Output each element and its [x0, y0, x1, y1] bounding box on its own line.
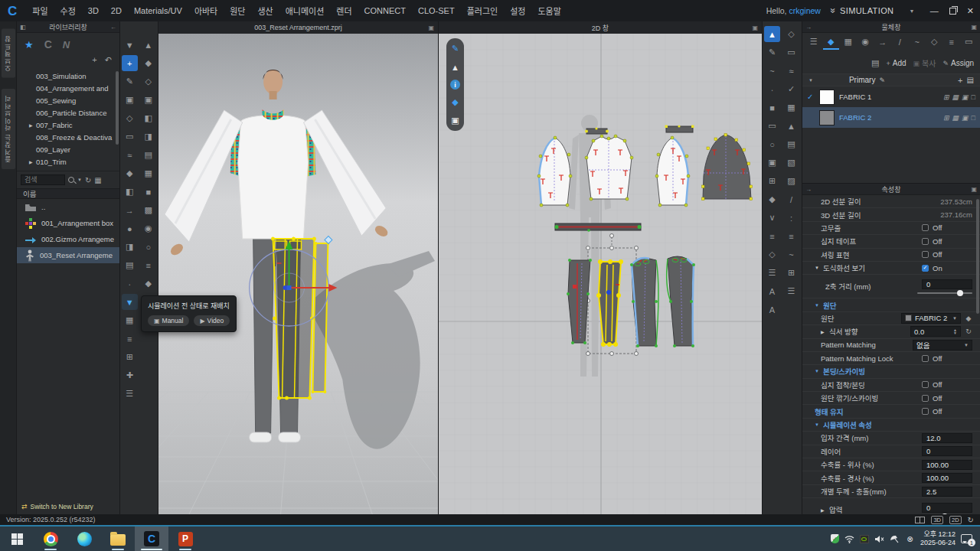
segment-sewing-tool[interactable]: ▭ — [122, 129, 138, 145]
tab-stitch[interactable]: ~ — [909, 35, 926, 50]
rectangle-tool[interactable]: ▭ — [764, 118, 780, 134]
menu-item[interactable]: Materials/UV — [128, 0, 188, 21]
print-layout-tool[interactable]: ⊞ — [783, 265, 799, 281]
grainline-input[interactable]: 0.0▲▼ — [910, 326, 961, 337]
free-sewing-2d-tool[interactable]: ≈ — [783, 63, 799, 79]
steam-tool[interactable]: ≡ — [122, 331, 138, 347]
library-folder[interactable]: ▶ 004_Arrangement and — [17, 82, 119, 94]
fabric-row-1[interactable]: ✓ FABRIC 1 ⊞▦▣□ — [802, 86, 980, 107]
expand-caret-icon[interactable]: ▶ — [29, 159, 34, 165]
grain-tool[interactable]: ∙ — [122, 276, 138, 292]
dart-tool[interactable]: ◆ — [764, 191, 780, 207]
add-group-icon[interactable]: + — [958, 76, 962, 85]
property-row-pattern-matching-lock[interactable]: Pattern Matching Lock Off — [802, 352, 980, 365]
library-folder[interactable]: ▶ 009_Layer — [17, 143, 119, 155]
menu-item[interactable]: CONNECT — [358, 0, 412, 21]
fabric-view-icon[interactable]: ◆ — [449, 96, 461, 108]
slider-knob[interactable] — [942, 514, 948, 514]
free-sewing-tool[interactable]: ≈ — [122, 147, 138, 163]
taskbar-explorer[interactable] — [101, 527, 135, 551]
property-scrollbar[interactable] — [976, 199, 979, 314]
undock-icon[interactable]: ▣ — [428, 24, 434, 31]
taskbar-edge[interactable] — [67, 527, 101, 551]
menu-item[interactable]: 2D — [105, 0, 128, 21]
reset-icon[interactable]: ↻ — [965, 328, 972, 335]
grading-tool[interactable]: A — [764, 302, 780, 318]
fit-garment-tool[interactable]: ◧ — [140, 110, 156, 126]
show-pattern-icon[interactable]: ▦ — [952, 93, 959, 101]
property-row-shape-retention[interactable]: 형태 유지 Off — [802, 405, 980, 418]
rename-icon[interactable]: ✎ — [879, 77, 885, 84]
particle-distance-input[interactable]: 12.0 — [922, 433, 972, 443]
notch-tool[interactable]: ∨ — [764, 210, 780, 226]
collapse-icon[interactable]: ← — [110, 24, 116, 31]
file-row-gizmo-arrangement[interactable]: 002.Gizmo Arrangeme — [17, 231, 119, 247]
button-tool[interactable]: ◉ — [140, 220, 156, 236]
account-greeting[interactable]: Hello,crkginew — [766, 6, 821, 15]
internal-polygon-tool[interactable]: ▣ — [764, 155, 780, 171]
file-row-arrangement-box[interactable]: 001_Arrangement box — [17, 215, 119, 231]
collapse-caret-icon[interactable]: ▼ — [815, 422, 820, 427]
volume-muted-icon[interactable] — [874, 534, 884, 544]
avatar-pose-tool[interactable]: ▲ — [140, 37, 156, 53]
library-folder[interactable]: ▶ 003_Simulation — [17, 70, 119, 82]
switch-library-link[interactable]: ⇄ Switch to New Library — [17, 499, 119, 514]
property-row-grainline[interactable]: ▶ 식서 방향 0.0▲▼ ↻ — [802, 325, 980, 338]
section-fabric[interactable]: ▼ 원단 — [802, 298, 980, 311]
section-simulation-properties[interactable]: ▼ 시뮬레이션 속성 — [802, 419, 980, 432]
undock-icon[interactable]: ▣ — [752, 24, 758, 31]
fabric-dropdown[interactable]: FABRIC 2▼ — [901, 313, 961, 324]
edit-curve-tool[interactable]: ~ — [764, 63, 780, 79]
checkbox-icon[interactable] — [922, 224, 929, 231]
copy-fabric-button[interactable]: ▣복사 — [913, 57, 936, 69]
selected-pattern-overlay[interactable] — [271, 237, 329, 400]
toggle-3d-button[interactable]: 3D — [931, 516, 943, 524]
tab-object-list[interactable]: ☰ — [805, 35, 822, 50]
zipper-tool[interactable]: ≡ — [140, 257, 156, 273]
z-distance-slider[interactable] — [917, 292, 972, 294]
dock-icon[interactable]: ◧ — [20, 24, 26, 31]
dock-icon[interactable]: → — [805, 186, 812, 193]
edit-sewing-tool[interactable]: ◇ — [122, 110, 138, 126]
library-search-input[interactable] — [21, 174, 65, 185]
name-column-header[interactable]: 이름 — [17, 188, 119, 199]
arrange-curve-tool[interactable]: ◆ — [140, 55, 156, 71]
text-tool[interactable]: A — [764, 283, 780, 299]
viewport-2d-titlebar[interactable]: 2D 창 ▣ — [439, 21, 762, 34]
tab-zipper[interactable]: ≡ — [943, 35, 960, 50]
favorites-star-icon[interactable]: ★ — [24, 39, 34, 51]
property-row-fuse-tape[interactable]: 심지 테이프 Off — [802, 235, 980, 248]
copy-icon[interactable]: □ — [972, 93, 975, 101]
internal-rect-tool[interactable]: ⊞ — [764, 173, 780, 189]
menu-item[interactable]: 수정 — [54, 0, 82, 21]
dock-icon[interactable]: → — [805, 24, 812, 31]
z-distance-input[interactable]: 0 — [922, 279, 972, 289]
property-row-schematic-line[interactable]: ▼ 도식화선 보기 ✓On — [802, 262, 980, 275]
add-point-tool[interactable]: ∙ — [764, 81, 780, 97]
seam-allowance-tool[interactable]: ≡ — [764, 228, 780, 244]
menu-item[interactable]: 설정 — [504, 0, 531, 21]
collapse-caret-icon[interactable]: ▼ — [808, 78, 813, 83]
property-row-elastic[interactable]: 고무줄 Off — [802, 222, 980, 235]
menu-item[interactable]: 애니메이션 — [279, 0, 331, 21]
pin-tool[interactable]: → — [122, 202, 138, 218]
checkbox-icon[interactable] — [922, 251, 929, 258]
tab-texture[interactable]: ▦ — [840, 35, 857, 50]
toggle-2d-button[interactable]: 2D — [949, 516, 962, 524]
add-colorway-icon[interactable]: ⊞ — [943, 114, 949, 122]
measure-2d-tool[interactable]: ☰ — [764, 265, 780, 281]
taskbar-chrome[interactable] — [34, 527, 67, 551]
checkbox-icon[interactable] — [922, 395, 929, 402]
folder-icon[interactable]: ▤ — [967, 76, 974, 84]
tack-tool[interactable]: ✚ — [122, 367, 138, 383]
property-row-shrinkage-warp[interactable]: 수축률 - 경사 (%) 100.00 — [802, 471, 980, 484]
add-colorway-icon[interactable]: ⊞ — [943, 93, 949, 101]
property-row-pressure[interactable]: ▶ 압력 0 — [802, 498, 980, 514]
segment-sewing-2d-tool[interactable]: ▭ — [783, 44, 799, 60]
checkbox-checked-icon[interactable]: ✓ — [922, 265, 929, 272]
pattern-fill-tool[interactable]: ▧ — [783, 155, 799, 171]
library-folder[interactable]: ▶ 006_Particle Distance — [17, 106, 119, 119]
save-icon[interactable]: ▣ — [962, 93, 969, 101]
tab-trim[interactable]: ◇ — [926, 35, 943, 50]
collapsed-tab-object[interactable]: 오브젝트창 — [2, 29, 15, 78]
